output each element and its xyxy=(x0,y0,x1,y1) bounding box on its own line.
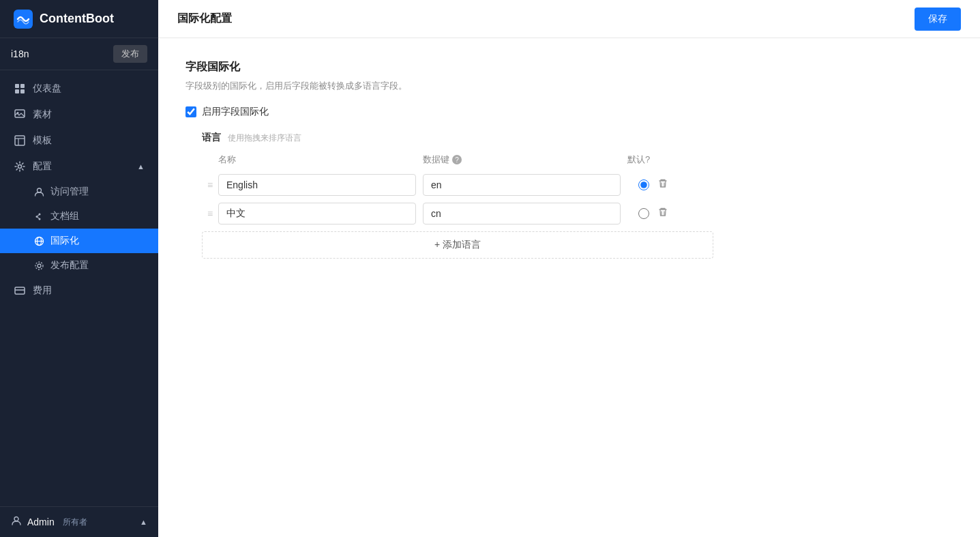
lang-key-input-0[interactable] xyxy=(423,174,621,196)
assets-icon xyxy=(14,108,26,121)
default-radio-1[interactable] xyxy=(638,208,649,219)
save-button[interactable]: 保存 xyxy=(915,8,961,31)
delete-lang-1[interactable] xyxy=(657,207,668,220)
lang-name-input-0[interactable] xyxy=(218,174,416,196)
svg-point-11 xyxy=(37,188,41,192)
chevron-up-icon: ▲ xyxy=(137,162,145,171)
contentboot-logo-icon xyxy=(14,10,33,29)
i18n-label: i18n xyxy=(11,48,29,59)
drag-handle-0[interactable]: ≡ xyxy=(202,179,218,190)
sidebar: ContentBoot i18n 发布 仪表盘 素材 模板 xyxy=(0,0,158,537)
svg-rect-4 xyxy=(20,89,25,93)
main-content: 国际化配置 保存 字段国际化 字段级别的国际化，启用后字段能被转换成多语言字段。… xyxy=(158,0,980,537)
col-name: 名称 xyxy=(218,154,423,166)
logo-text: ContentBoot xyxy=(40,12,114,26)
sidebar-footer: Admin 所有者 ▲ xyxy=(0,506,158,537)
svg-line-16 xyxy=(38,217,38,218)
sidebar-item-dashboard[interactable]: 仪表盘 xyxy=(0,76,158,102)
sidebar-item-assets[interactable]: 素材 xyxy=(0,102,158,128)
lang-name-input-1[interactable] xyxy=(218,203,416,224)
language-section: 语言 使用拖拽来排序语言 名称 数据键 ? 默认? xyxy=(202,132,953,259)
access-icon xyxy=(33,186,45,198)
sidebar-item-i18n[interactable]: 国际化 xyxy=(0,229,158,253)
enable-i18n-row: 启用字段国际化 xyxy=(185,106,953,118)
user-role: 所有者 xyxy=(63,517,87,528)
table-header: 名称 数据键 ? 默认? xyxy=(202,154,953,171)
user-info: Admin 所有者 xyxy=(11,515,87,529)
publish-config-icon xyxy=(33,259,45,272)
sidebar-item-template[interactable]: 模板 xyxy=(0,128,158,154)
svg-rect-7 xyxy=(15,136,25,145)
lang-key-input-1[interactable] xyxy=(423,203,621,224)
sidebar-item-config[interactable]: 配置 ▲ xyxy=(0,154,158,179)
svg-rect-1 xyxy=(15,84,19,88)
content-area: 字段国际化 字段级别的国际化，启用后字段能被转换成多语言字段。 启用字段国际化 … xyxy=(158,38,980,537)
sidebar-item-access[interactable]: 访问管理 xyxy=(0,179,158,204)
enable-i18n-checkbox[interactable] xyxy=(185,106,196,117)
sidebar-item-assets-label: 素材 xyxy=(33,108,52,121)
billing-icon xyxy=(14,285,26,297)
svg-point-21 xyxy=(38,264,41,267)
sidebar-item-template-label: 模板 xyxy=(33,134,52,147)
field-i18n-section: 字段国际化 字段级别的国际化，启用后字段能被转换成多语言字段。 启用字段国际化 … xyxy=(185,60,953,259)
svg-point-10 xyxy=(18,165,22,169)
default-radio-0[interactable] xyxy=(638,179,649,190)
add-language-button[interactable]: + 添加语言 xyxy=(202,231,713,259)
table-row: ≡ xyxy=(202,174,953,196)
svg-rect-2 xyxy=(20,84,25,88)
data-key-info-icon: ? xyxy=(452,155,462,164)
svg-rect-3 xyxy=(15,89,19,93)
sidebar-item-config-label: 配置 xyxy=(33,160,52,173)
svg-point-24 xyxy=(14,517,18,521)
enable-i18n-label: 启用字段国际化 xyxy=(202,106,269,118)
template-icon xyxy=(14,134,26,147)
config-children: 访问管理 文档组 国际化 发布配置 xyxy=(0,179,158,278)
language-header: 语言 使用拖拽来排序语言 xyxy=(202,132,953,144)
delete-lang-0[interactable] xyxy=(657,178,668,192)
svg-point-20 xyxy=(35,262,43,270)
docgroup-icon xyxy=(33,210,45,222)
sidebar-item-dashboard-label: 仪表盘 xyxy=(33,83,61,95)
svg-rect-22 xyxy=(15,287,25,294)
drag-handle-1[interactable]: ≡ xyxy=(202,208,218,219)
page-title: 国际化配置 xyxy=(177,12,232,26)
sidebar-nav: 仪表盘 素材 模板 配置 ▲ xyxy=(0,70,158,506)
sidebar-item-publish-config-label: 发布配置 xyxy=(50,259,89,272)
section-desc: 字段级别的国际化，启用后字段能被转换成多语言字段。 xyxy=(185,80,953,92)
sidebar-item-billing[interactable]: 费用 xyxy=(0,278,158,304)
default-cell-0 xyxy=(627,178,709,192)
language-hint: 使用拖拽来排序语言 xyxy=(228,132,301,144)
section-title: 字段国际化 xyxy=(185,60,953,74)
sidebar-item-i18n-label: 国际化 xyxy=(50,235,79,247)
sidebar-item-docgroup-label: 文档组 xyxy=(50,210,79,222)
config-icon xyxy=(14,160,26,173)
sidebar-item-billing-label: 费用 xyxy=(33,285,52,297)
topbar: 国际化配置 保存 xyxy=(158,0,980,38)
i18n-bar: i18n 发布 xyxy=(0,38,158,70)
col-default: 默认? xyxy=(627,154,709,166)
dashboard-icon xyxy=(14,83,26,95)
language-title: 语言 xyxy=(202,132,221,144)
user-icon xyxy=(11,515,22,529)
svg-line-15 xyxy=(38,214,38,216)
user-chevron-icon[interactable]: ▲ xyxy=(140,518,147,526)
col-datakey: 数据键 ? xyxy=(423,154,627,166)
sidebar-item-docgroup[interactable]: 文档组 xyxy=(0,204,158,229)
default-cell-1 xyxy=(627,207,709,220)
sidebar-item-access-label: 访问管理 xyxy=(50,186,89,198)
sidebar-item-publish-config[interactable]: 发布配置 xyxy=(0,253,158,278)
sidebar-logo: ContentBoot xyxy=(0,0,158,38)
publish-button[interactable]: 发布 xyxy=(113,45,147,63)
table-row: ≡ xyxy=(202,203,953,224)
user-name: Admin xyxy=(27,517,55,527)
i18n-icon xyxy=(33,235,45,247)
